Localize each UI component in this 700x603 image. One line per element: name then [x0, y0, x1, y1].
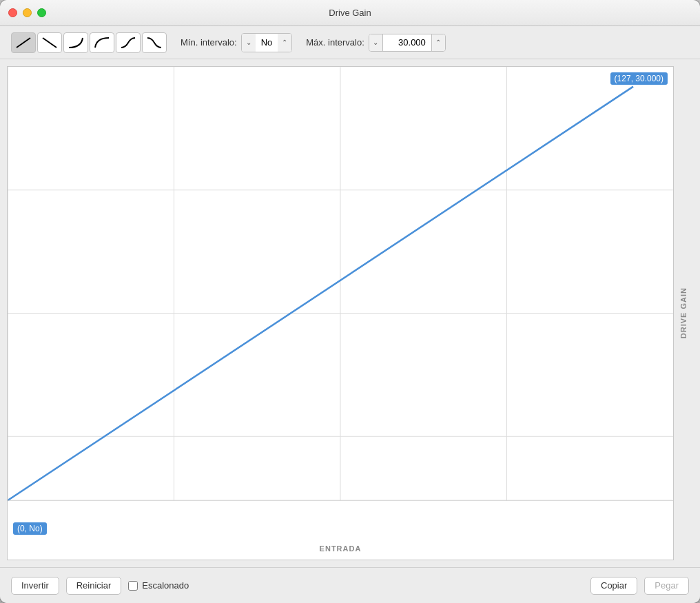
chart-container: (127, 30.000) (0, No) ENTRADA DRIVE GAIN: [0, 59, 700, 567]
min-interval-value: No: [256, 37, 278, 48]
max-interval-label: Máx. intervalo:: [306, 37, 364, 48]
max-chevron-up[interactable]: ⌃: [431, 34, 445, 52]
curve-buttons-group: [11, 32, 167, 53]
curve-btn-linear-rise[interactable]: [11, 32, 36, 53]
reset-button[interactable]: Reiniciar: [66, 577, 122, 595]
main-window: Drive Gain: [0, 0, 700, 603]
toolbar: Mín. intervalo: ⌄ No ⌃ Máx. intervalo: ⌄…: [0, 26, 700, 59]
y-axis-label: DRIVE GAIN: [679, 287, 688, 338]
invert-button[interactable]: Invertir: [11, 577, 59, 595]
curve-btn-concave[interactable]: [90, 32, 114, 53]
min-interval-label: Mín. intervalo:: [181, 37, 237, 48]
copy-button[interactable]: Copiar: [590, 577, 637, 595]
s-curve-inv-icon: [146, 37, 163, 49]
max-chevron-down[interactable]: ⌄: [369, 34, 383, 52]
min-interval-group: Mín. intervalo: ⌄ No ⌃: [181, 33, 292, 52]
bottom-bar: Invertir Reiniciar Escalonado Copiar Peg…: [0, 567, 700, 603]
stepped-checkbox[interactable]: [128, 581, 138, 591]
min-chevron-down[interactable]: ⌄: [242, 34, 256, 52]
svg-line-10: [8, 87, 633, 501]
paste-button[interactable]: Pegar: [644, 577, 689, 595]
max-interval-value: 30.000: [383, 37, 431, 48]
linear-rise-icon: [15, 37, 32, 49]
bottom-bar-right: Copiar Pegar: [590, 577, 689, 595]
svg-line-1: [43, 38, 56, 48]
minimize-button[interactable]: [23, 8, 32, 17]
traffic-lights: [8, 8, 46, 17]
max-interval-controls: ⌄ 30.000 ⌃: [369, 34, 446, 52]
tooltip-top-right: (127, 30.000): [610, 72, 668, 85]
svg-line-0: [17, 38, 30, 48]
titlebar: Drive Gain: [0, 0, 700, 26]
min-interval-controls: ⌄ No ⌃: [241, 33, 293, 52]
chart-svg-area[interactable]: (127, 30.000) (0, No) ENTRADA: [7, 66, 674, 560]
s-curve-icon: [120, 37, 136, 49]
min-chevron-up[interactable]: ⌃: [278, 34, 291, 52]
close-button[interactable]: [8, 8, 17, 17]
curve-btn-convex[interactable]: [63, 32, 88, 53]
tooltip-bottom-left: (0, No): [13, 522, 47, 535]
curve-concave-icon: [94, 37, 110, 49]
curve-btn-s-inv[interactable]: [142, 32, 167, 53]
max-interval-group: Máx. intervalo: ⌄ 30.000 ⌃: [306, 34, 446, 52]
window-title: Drive Gain: [329, 8, 371, 18]
curve-convex-icon: [68, 37, 84, 49]
curve-btn-s[interactable]: [116, 32, 141, 53]
maximize-button[interactable]: [37, 8, 46, 17]
curve-btn-linear-fall[interactable]: [37, 32, 62, 53]
stepped-checkbox-group: Escalonado: [128, 580, 189, 591]
linear-fall-icon: [41, 37, 58, 49]
stepped-label[interactable]: Escalonado: [142, 580, 189, 591]
y-axis-label-container: DRIVE GAIN: [674, 66, 693, 560]
x-axis-label: ENTRADA: [320, 544, 362, 553]
